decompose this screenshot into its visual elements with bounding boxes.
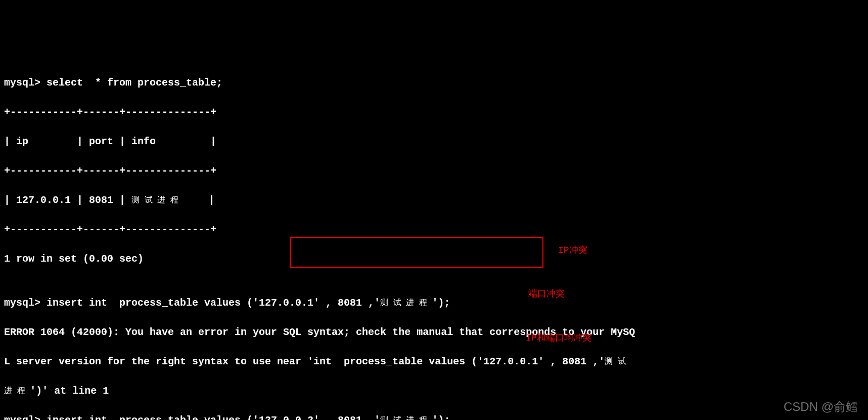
annotation-ip-conflict: IP冲突 [558,244,587,257]
annotation-port-conflict: 端口冲突 [528,287,565,301]
watermark: CSDN @俞鳕 [784,398,858,416]
error-message: L server version for the right syntax to… [4,354,864,369]
annotation-both-conflict: IP和端口均冲突 [526,331,591,345]
table-header: | ip | port | info | [4,134,864,149]
table-border: +-----------+------+--------------+ [4,222,864,237]
error-message: 进 程 ')' at line 1 [4,384,864,398]
highlight-box [290,237,543,268]
table-row: | 127.0.0.1 | 8081 | 测 试 进 程 | [4,193,864,207]
terminal-line: mysql> select * from process_table; [4,75,864,90]
sql-command: mysql> insert int process_table values (… [4,413,864,420]
table-border: +-----------+------+--------------+ [4,105,864,119]
error-message: ERROR 1064 (42000): You have an error in… [4,325,864,340]
table-border: +-----------+------+--------------+ [4,163,864,178]
sql-command: mysql> insert int process_table values (… [4,296,864,310]
